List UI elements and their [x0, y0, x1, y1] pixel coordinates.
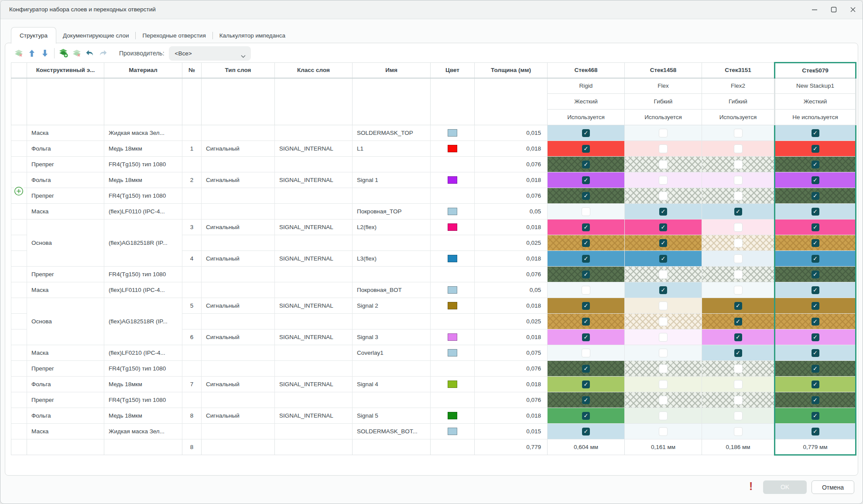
use-layer-checkbox[interactable] — [582, 333, 590, 341]
use-layer-checkbox[interactable] — [659, 302, 668, 310]
use-layer-checkbox[interactable] — [734, 144, 743, 153]
use-layer-checkbox[interactable] — [659, 427, 668, 436]
use-layer-checkbox[interactable] — [582, 381, 590, 388]
use-layer-checkbox[interactable] — [734, 427, 743, 436]
use-layer-checkbox[interactable] — [812, 239, 819, 247]
manufacturer-select[interactable]: <Все> — [169, 46, 251, 61]
color-swatch[interactable] — [448, 349, 457, 357]
use-layer-checkbox[interactable] — [582, 412, 590, 420]
use-layer-checkbox[interactable] — [734, 411, 743, 420]
use-layer-checkbox[interactable] — [659, 396, 668, 405]
layer-color-cell[interactable] — [431, 172, 475, 188]
use-layer-checkbox[interactable] — [659, 380, 668, 389]
tab-vias[interactable]: Переходные отверстия — [136, 28, 212, 44]
use-layer-checkbox[interactable] — [812, 333, 819, 341]
use-layer-checkbox[interactable] — [582, 129, 590, 137]
use-layer-checkbox[interactable] — [734, 380, 743, 389]
layer-color-cell[interactable] — [431, 424, 475, 439]
layer-color-cell[interactable] — [431, 408, 475, 424]
use-layer-checkbox[interactable] — [812, 318, 819, 326]
use-layer-checkbox[interactable] — [659, 176, 668, 185]
use-layer-checkbox[interactable] — [812, 412, 819, 420]
use-layer-checkbox[interactable] — [659, 192, 668, 200]
use-layer-checkbox[interactable] — [582, 286, 590, 295]
use-layer-checkbox[interactable] — [812, 192, 819, 200]
tab-documenting-layers[interactable]: Документирующие слои — [56, 28, 135, 44]
color-swatch[interactable] — [448, 333, 457, 341]
stack-header-Стек468[interactable]: Стек468 — [548, 63, 625, 78]
use-layer-checkbox[interactable] — [659, 144, 668, 153]
use-layer-checkbox[interactable] — [734, 129, 743, 137]
delete-stack-disabled-icon[interactable] — [12, 47, 25, 59]
color-swatch[interactable] — [448, 176, 457, 184]
use-layer-checkbox[interactable] — [734, 239, 743, 247]
use-layer-checkbox[interactable] — [812, 365, 819, 373]
remove-layer-disabled-icon[interactable] — [70, 47, 83, 59]
use-layer-checkbox[interactable] — [734, 270, 743, 279]
use-layer-checkbox[interactable] — [582, 207, 590, 216]
layer-color-cell[interactable] — [431, 298, 475, 314]
layer-color-cell[interactable] — [431, 141, 475, 157]
use-layer-checkbox[interactable] — [659, 270, 668, 279]
use-layer-checkbox[interactable] — [812, 176, 819, 184]
stack-header-Стек5079[interactable]: Стек5079 — [775, 63, 856, 78]
cancel-button[interactable]: Отмена — [812, 480, 854, 494]
use-layer-checkbox[interactable] — [582, 396, 590, 404]
use-layer-checkbox[interactable] — [659, 223, 667, 231]
use-layer-checkbox[interactable] — [734, 254, 743, 263]
layer-color-cell[interactable] — [431, 125, 475, 141]
move-down-icon[interactable] — [38, 47, 51, 59]
use-layer-checkbox[interactable] — [812, 428, 819, 435]
use-layer-checkbox[interactable] — [734, 333, 742, 341]
use-layer-checkbox[interactable] — [812, 223, 819, 231]
use-layer-checkbox[interactable] — [659, 411, 668, 420]
use-layer-checkbox[interactable] — [659, 239, 667, 247]
use-layer-checkbox[interactable] — [734, 302, 742, 310]
use-layer-checkbox[interactable] — [734, 223, 743, 232]
use-layer-checkbox[interactable] — [812, 381, 819, 388]
use-layer-checkbox[interactable] — [734, 318, 742, 326]
use-layer-checkbox[interactable] — [659, 333, 668, 342]
use-layer-checkbox[interactable] — [812, 145, 819, 153]
use-layer-checkbox[interactable] — [582, 318, 590, 326]
use-layer-checkbox[interactable] — [582, 161, 590, 168]
use-layer-checkbox[interactable] — [659, 364, 668, 373]
use-layer-checkbox[interactable] — [582, 239, 590, 247]
layer-color-cell[interactable] — [431, 377, 475, 392]
layer-color-cell[interactable] — [431, 204, 475, 219]
maximize-icon[interactable] — [824, 0, 843, 19]
use-layer-checkbox[interactable] — [734, 192, 743, 200]
use-layer-checkbox[interactable] — [812, 271, 819, 278]
use-layer-checkbox[interactable] — [582, 145, 590, 153]
ok-button[interactable]: OK — [763, 480, 807, 494]
layer-color-cell[interactable] — [431, 329, 475, 345]
layer-color-cell[interactable] — [431, 282, 475, 298]
use-layer-checkbox[interactable] — [582, 365, 590, 373]
color-swatch[interactable] — [448, 428, 457, 435]
use-layer-checkbox[interactable] — [659, 286, 667, 294]
use-layer-checkbox[interactable] — [734, 176, 743, 185]
use-layer-checkbox[interactable] — [734, 160, 743, 169]
use-layer-checkbox[interactable] — [812, 161, 819, 168]
color-swatch[interactable] — [448, 208, 457, 215]
use-layer-checkbox[interactable] — [582, 349, 590, 357]
minimize-icon[interactable] — [805, 0, 824, 19]
close-icon[interactable] — [843, 0, 863, 19]
tab-impedance-calculator[interactable]: Калькулятор импеданса — [213, 28, 292, 44]
color-swatch[interactable] — [448, 255, 457, 262]
use-layer-checkbox[interactable] — [582, 255, 590, 263]
color-swatch[interactable] — [448, 412, 457, 419]
use-layer-checkbox[interactable] — [582, 271, 590, 278]
use-layer-checkbox[interactable] — [582, 223, 590, 231]
color-swatch[interactable] — [448, 145, 457, 152]
use-layer-checkbox[interactable] — [812, 396, 819, 404]
use-layer-checkbox[interactable] — [812, 286, 819, 294]
use-layer-checkbox[interactable] — [582, 192, 590, 200]
use-layer-checkbox[interactable] — [812, 255, 819, 263]
use-layer-checkbox[interactable] — [812, 129, 819, 137]
color-swatch[interactable] — [448, 381, 457, 388]
use-layer-checkbox[interactable] — [734, 349, 742, 357]
stack-header-Стек3151[interactable]: Стек3151 — [702, 63, 775, 78]
layer-color-cell[interactable] — [431, 219, 475, 235]
color-swatch[interactable] — [448, 223, 457, 231]
